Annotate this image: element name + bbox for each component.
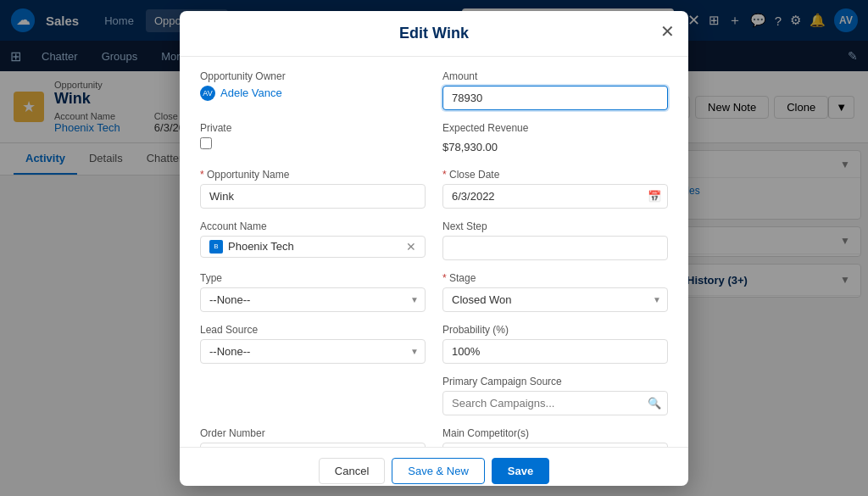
owner-field-value: AV Adele Vance bbox=[200, 86, 426, 101]
close-date-label: * Close Date bbox=[442, 169, 668, 181]
save-new-button[interactable]: Save & New bbox=[392, 458, 485, 484]
opportunity-owner-label: Opportunity Owner bbox=[200, 70, 426, 82]
modal-footer: Cancel Save & New Save bbox=[180, 447, 688, 486]
primary-campaign-label: Primary Campaign Source bbox=[442, 376, 668, 387]
form-grid: Opportunity Owner AV Adele Vance Amount … bbox=[200, 70, 668, 447]
lead-source-field: Lead Source --None-- Web Phone Inquiry ▼ bbox=[200, 324, 426, 364]
modal-body: Opportunity Owner AV Adele Vance Amount … bbox=[180, 57, 688, 447]
main-competitor-field: Main Competitor(s) bbox=[442, 427, 668, 447]
stage-select[interactable]: Prospecting Qualification Needs Analysis… bbox=[442, 287, 668, 312]
private-label: Private bbox=[200, 122, 426, 134]
primary-campaign-field: Primary Campaign Source 🔍 bbox=[442, 376, 668, 415]
save-button[interactable]: Save bbox=[492, 458, 549, 484]
type-select[interactable]: --None-- Existing Business New Business bbox=[200, 287, 426, 312]
close-date-input[interactable] bbox=[442, 184, 668, 209]
expected-revenue-value: $78,930.00 bbox=[442, 137, 668, 157]
amount-label: Amount bbox=[442, 70, 668, 82]
type-select-wrapper: --None-- Existing Business New Business … bbox=[200, 287, 426, 312]
opportunity-name-label: * Opportunity Name bbox=[200, 169, 426, 181]
expected-revenue-field: Expected Revenue $78,930.00 bbox=[442, 122, 668, 157]
required-star: * bbox=[200, 169, 207, 181]
calendar-icon[interactable]: 📅 bbox=[648, 190, 661, 203]
stage-label: * Stage bbox=[442, 272, 668, 284]
modal-header: Edit Wink ✕ bbox=[180, 11, 688, 57]
close-date-wrapper: 📅 bbox=[442, 184, 668, 209]
stage-field: * Stage Prospecting Qualification Needs … bbox=[442, 272, 668, 312]
opportunity-owner-field: Opportunity Owner AV Adele Vance bbox=[200, 70, 426, 110]
required-star-2: * bbox=[442, 169, 449, 181]
close-date-field: * Close Date 📅 bbox=[442, 169, 668, 209]
opportunity-name-field: * Opportunity Name bbox=[200, 169, 426, 209]
account-name-label: Account Name bbox=[200, 220, 426, 232]
probability-label: Probability (%) bbox=[442, 324, 668, 336]
primary-campaign-wrapper: 🔍 bbox=[442, 391, 668, 415]
owner-icon: AV bbox=[200, 86, 215, 101]
lead-source-select[interactable]: --None-- Web Phone Inquiry bbox=[200, 339, 426, 364]
opportunity-name-input[interactable] bbox=[200, 184, 426, 209]
stage-select-wrapper: Prospecting Qualification Needs Analysis… bbox=[442, 287, 668, 312]
private-checkbox[interactable] bbox=[200, 137, 212, 149]
account-name-display: Phoenix Tech bbox=[228, 240, 406, 253]
order-number-field: Order Number bbox=[200, 427, 426, 447]
next-step-label: Next Step bbox=[442, 220, 668, 232]
order-number-input[interactable] bbox=[200, 443, 426, 447]
modal-title: Edit Wink bbox=[399, 25, 469, 42]
edit-modal: Edit Wink ✕ Opportunity Owner AV Adele V… bbox=[180, 11, 688, 486]
amount-field: Amount bbox=[442, 70, 668, 110]
primary-campaign-input[interactable] bbox=[442, 391, 668, 415]
modal-overlay: Edit Wink ✕ Opportunity Owner AV Adele V… bbox=[0, 0, 868, 496]
campaign-search-icon: 🔍 bbox=[648, 397, 661, 410]
owner-name[interactable]: Adele Vance bbox=[220, 86, 282, 99]
probability-field: Probability (%) bbox=[442, 324, 668, 364]
expected-revenue-label: Expected Revenue bbox=[442, 122, 668, 134]
modal-close-button[interactable]: ✕ bbox=[660, 23, 675, 40]
amount-input[interactable] bbox=[442, 86, 668, 110]
private-checkbox-wrapper bbox=[200, 137, 426, 149]
account-name-field: Account Name B Phoenix Tech ✕ bbox=[200, 220, 426, 260]
account-icon: B bbox=[209, 240, 223, 254]
type-label: Type bbox=[200, 272, 426, 284]
probability-input[interactable] bbox=[442, 339, 668, 364]
main-competitor-input[interactable] bbox=[442, 443, 668, 447]
main-competitor-label: Main Competitor(s) bbox=[442, 427, 668, 439]
required-star-3: * bbox=[442, 272, 449, 284]
cancel-button[interactable]: Cancel bbox=[319, 458, 385, 484]
next-step-input[interactable] bbox=[442, 236, 668, 260]
order-number-label: Order Number bbox=[200, 427, 426, 439]
next-step-field: Next Step bbox=[442, 220, 668, 260]
account-name-input-wrapper[interactable]: B Phoenix Tech ✕ bbox=[200, 236, 426, 258]
private-field: Private bbox=[200, 122, 426, 157]
account-clear-icon[interactable]: ✕ bbox=[406, 240, 416, 254]
lead-source-select-wrapper: --None-- Web Phone Inquiry ▼ bbox=[200, 339, 426, 364]
lead-source-label: Lead Source bbox=[200, 324, 426, 336]
type-field: Type --None-- Existing Business New Busi… bbox=[200, 272, 426, 312]
